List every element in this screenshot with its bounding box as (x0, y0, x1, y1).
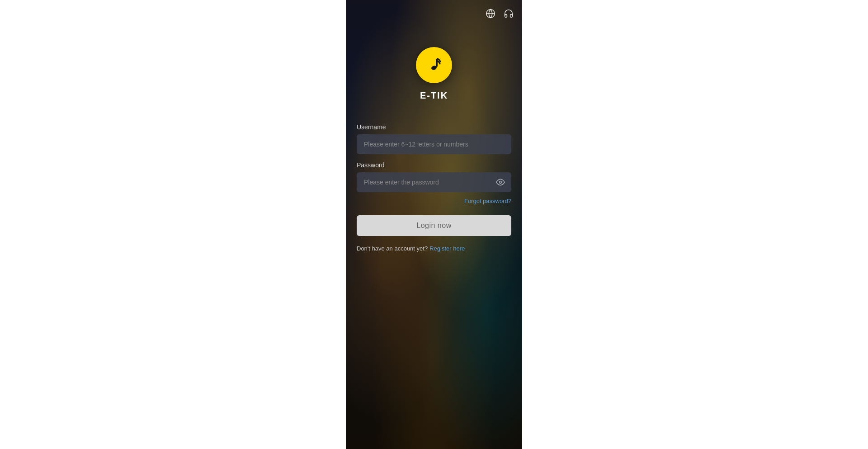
forgot-password-link[interactable]: Forgot password? (464, 198, 511, 204)
no-account-text: Don't have an account yet? (357, 245, 428, 252)
username-input-wrapper (357, 134, 511, 154)
headset-icon[interactable] (502, 7, 515, 20)
username-label: Username (357, 123, 511, 131)
globe-icon[interactable] (484, 7, 497, 20)
top-bar (346, 0, 522, 20)
main-content: E-TIK Username Password (346, 0, 522, 449)
username-input[interactable] (357, 134, 511, 154)
form-area: Username Password Forgot password? (346, 123, 522, 252)
logo-svg (424, 55, 444, 75)
password-label: Password (357, 161, 511, 169)
password-input-wrapper (357, 172, 511, 192)
side-right (522, 0, 868, 449)
toggle-password-icon[interactable] (496, 178, 505, 187)
register-row: Don't have an account yet? Register here (357, 245, 511, 252)
app-name: E-TIK (420, 90, 448, 101)
logo-area: E-TIK (416, 47, 452, 101)
side-left (0, 0, 346, 449)
svg-rect-2 (436, 59, 438, 67)
page-wrapper: E-TIK Username Password (0, 0, 868, 449)
phone-frame: E-TIK Username Password (346, 0, 522, 449)
forgot-row: Forgot password? (357, 198, 511, 204)
logo-circle (416, 47, 452, 83)
password-input[interactable] (357, 172, 511, 192)
register-link[interactable]: Register here (429, 245, 465, 252)
login-button[interactable]: Login now (357, 215, 511, 236)
svg-point-4 (500, 181, 502, 184)
